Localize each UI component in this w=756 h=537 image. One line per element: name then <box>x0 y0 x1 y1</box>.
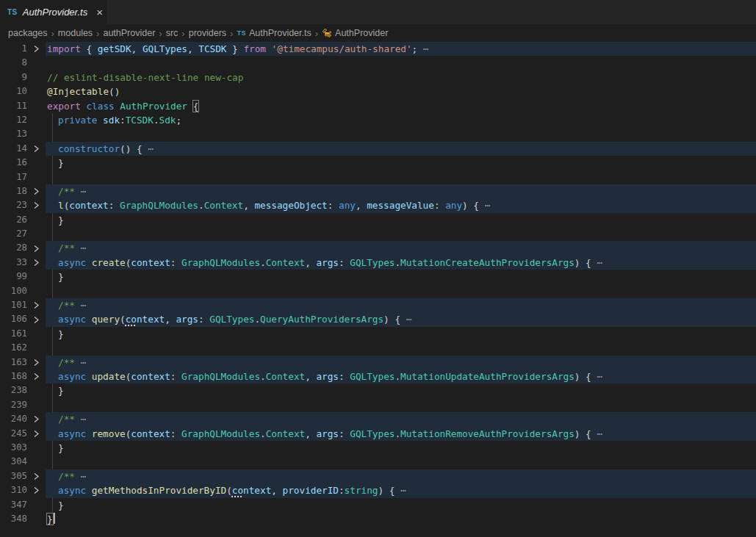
code-line[interactable]: 240/** ⋯ <box>0 412 756 426</box>
breadcrumb-item-modules[interactable]: modules <box>58 28 93 38</box>
fold-chevron-icon[interactable] <box>27 42 46 56</box>
line-number[interactable]: 27 <box>0 227 27 241</box>
line-number[interactable]: 9 <box>0 71 27 84</box>
line-number[interactable]: 305 <box>0 469 27 483</box>
token-decl: any <box>339 200 356 211</box>
code-line[interactable]: 27 <box>0 227 756 241</box>
line-number[interactable]: 10 <box>0 84 27 98</box>
fold-chevron-icon[interactable] <box>27 427 46 441</box>
line-number[interactable]: 303 <box>0 441 27 455</box>
code-editor[interactable]: 1import { getSDK, GQLTypes, TCSDK } from… <box>0 42 756 526</box>
code-line[interactable]: 99} <box>0 270 756 284</box>
code-line[interactable]: 101/** ⋯ <box>0 298 756 312</box>
code-line[interactable]: 12private sdk:TCSDK.Sdk; <box>0 113 756 127</box>
code-line[interactable]: 23l(context: GraphQLModules.Context, mes… <box>0 198 756 212</box>
code-line[interactable]: 239 <box>0 398 756 412</box>
line-number[interactable]: 18 <box>0 184 27 198</box>
breadcrumb-item-src[interactable]: src <box>166 28 179 38</box>
code-line[interactable]: 13 <box>0 127 756 141</box>
line-number[interactable]: 239 <box>0 398 27 412</box>
breadcrumb: packages›modules›authProvider›src›provid… <box>0 24 756 42</box>
code-line[interactable]: 26} <box>0 213 756 227</box>
code-line[interactable]: 17 <box>0 170 756 184</box>
code-line[interactable]: 245async remove(context: GraphQLModules.… <box>0 427 756 441</box>
code-line[interactable]: 1import { getSDK, GQLTypes, TCSDK } from… <box>0 42 756 56</box>
line-number[interactable]: 238 <box>0 383 27 397</box>
token-decl: any <box>445 200 462 211</box>
token-pun: { <box>86 43 97 54</box>
line-number[interactable]: 12 <box>0 113 27 127</box>
code-line[interactable]: 33async create(context: GraphQLModules.C… <box>0 256 756 270</box>
code-line[interactable]: 162 <box>0 341 756 355</box>
fold-chevron-icon[interactable] <box>27 256 46 270</box>
code-line[interactable]: 305/** ⋯ <box>0 469 756 483</box>
line-number[interactable]: 100 <box>0 284 27 298</box>
breadcrumb-item-authprovider-ts[interactable]: TSAuthProvider.ts <box>237 28 311 38</box>
code-line[interactable]: 304 <box>0 455 756 469</box>
line-number[interactable]: 161 <box>0 327 27 341</box>
code-line[interactable]: 348} <box>0 512 756 526</box>
code-line[interactable]: 106async query(context, args: GQLTypes.Q… <box>0 312 756 326</box>
code-line[interactable]: 100 <box>0 284 756 298</box>
code-line[interactable]: 163/** ⋯ <box>0 356 756 370</box>
line-number[interactable]: 162 <box>0 341 27 355</box>
line-number[interactable]: 347 <box>0 498 27 512</box>
line-number[interactable]: 11 <box>0 99 27 113</box>
code-line[interactable]: 10@Injectable() <box>0 84 756 98</box>
fold-chevron-icon[interactable] <box>27 469 46 483</box>
token-var: co <box>232 485 243 496</box>
fold-chevron-icon[interactable] <box>27 241 46 255</box>
tab-close-icon[interactable]: × <box>96 7 103 18</box>
breadcrumb-item-authprovider[interactable]: AuthProvider <box>322 28 388 38</box>
fold-chevron-icon[interactable] <box>27 370 46 383</box>
fold-chevron-icon[interactable] <box>27 142 46 156</box>
tab-authprovider[interactable]: TS AuthProvider.ts × <box>0 0 107 24</box>
code-line[interactable]: 8 <box>0 56 756 70</box>
code-line[interactable]: 303} <box>0 441 756 455</box>
line-number[interactable]: 163 <box>0 356 27 370</box>
fold-chevron-icon[interactable] <box>27 356 46 370</box>
fold-chevron-icon[interactable] <box>27 483 46 497</box>
code-line[interactable]: 347} <box>0 498 756 512</box>
line-number[interactable]: 13 <box>0 127 27 141</box>
line-number[interactable]: 23 <box>0 198 27 212</box>
line-number[interactable]: 245 <box>0 427 27 441</box>
breadcrumb-item-providers[interactable]: providers <box>189 28 226 38</box>
fold-chevron-icon[interactable] <box>27 198 46 212</box>
code-line[interactable]: 28/** ⋯ <box>0 241 756 255</box>
code-line[interactable]: 16} <box>0 156 756 170</box>
code-text: constructor() { ⋯ <box>46 142 756 156</box>
code-line[interactable]: 18/** ⋯ <box>0 184 756 198</box>
line-number[interactable]: 1 <box>0 42 27 56</box>
line-number[interactable]: 101 <box>0 298 27 312</box>
fold-chevron-icon[interactable] <box>27 412 46 426</box>
line-number[interactable]: 304 <box>0 455 27 469</box>
code-line[interactable]: 168async update(context: GraphQLModules.… <box>0 370 756 383</box>
code-line[interactable]: 161} <box>0 327 756 341</box>
code-line[interactable]: 11export class AuthProvider { <box>0 99 756 113</box>
line-number[interactable]: 99 <box>0 270 27 284</box>
line-number[interactable]: 14 <box>0 142 27 156</box>
token-decl: async <box>58 428 92 439</box>
code-line[interactable]: 9// eslint-disable-next-line new-cap <box>0 71 756 84</box>
fold-chevron-icon[interactable] <box>27 298 46 312</box>
breadcrumb-item-authprovider[interactable]: authProvider <box>103 28 155 38</box>
line-number[interactable]: 26 <box>0 213 27 227</box>
token-pun: : <box>170 371 181 382</box>
code-line[interactable]: 14constructor() { ⋯ <box>0 142 756 156</box>
fold-chevron-icon[interactable] <box>27 184 46 198</box>
line-number[interactable]: 17 <box>0 170 27 184</box>
line-number[interactable]: 33 <box>0 256 27 270</box>
line-number[interactable]: 348 <box>0 512 27 526</box>
line-number[interactable]: 106 <box>0 312 27 326</box>
code-line[interactable]: 238} <box>0 383 756 397</box>
line-number[interactable]: 28 <box>0 241 27 255</box>
code-line[interactable]: 310async getMethodsInProviderByID(contex… <box>0 483 756 497</box>
line-number[interactable]: 310 <box>0 483 27 497</box>
breadcrumb-item-packages[interactable]: packages <box>8 28 48 38</box>
fold-chevron-icon[interactable] <box>27 312 46 326</box>
line-number[interactable]: 168 <box>0 370 27 383</box>
line-number[interactable]: 240 <box>0 412 27 426</box>
line-number[interactable]: 8 <box>0 56 27 70</box>
line-number[interactable]: 16 <box>0 156 27 170</box>
